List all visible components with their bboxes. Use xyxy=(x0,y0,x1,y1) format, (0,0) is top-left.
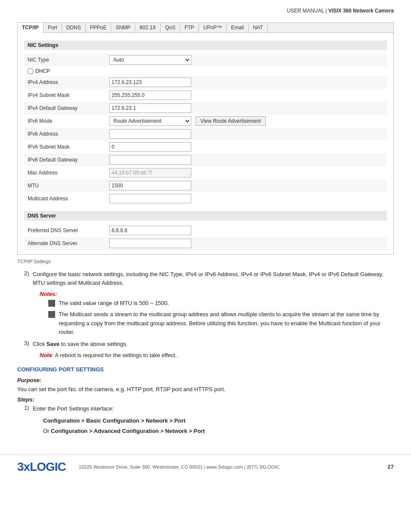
preferred-dns-label: Preferred DNS Server xyxy=(28,227,109,233)
ipv6-address-input[interactable] xyxy=(109,129,191,139)
tab-upnp[interactable]: UPnP™ xyxy=(199,23,227,32)
note-reboot-label: Note xyxy=(40,352,52,358)
ipv4-gateway-input[interactable] xyxy=(109,103,191,113)
dns-section-header: DNS Server xyxy=(24,211,387,221)
multicast-input[interactable] xyxy=(109,194,191,203)
ipv6-gateway-label: IPv6 Default Gateway xyxy=(28,157,109,163)
note-reboot: Note: A reboot is required for the setti… xyxy=(17,352,394,358)
ipv6-mode-select[interactable]: Route Advertisement xyxy=(109,116,191,126)
tab-8021x[interactable]: 802.1X xyxy=(135,23,161,32)
logo-3x: 3x xyxy=(17,460,30,473)
footer-info: 10225 Westmoor Drive, Suite 300, Westmin… xyxy=(79,464,280,470)
bullet-icon-1 xyxy=(48,300,55,307)
step1-port-num: 1) xyxy=(17,404,33,413)
ipv4-subnet-label: IPv4 Subnet Mask xyxy=(28,92,109,98)
tabs-row: TCP/IP Port DDNS PPPoE SNMP 802.1X QoS F… xyxy=(18,23,393,33)
ipv6-subnet-label: IPv6 Subnet Mask xyxy=(28,144,109,150)
mac-address-row: Mac Address xyxy=(24,166,387,179)
nic-section-header: NIC Settings xyxy=(24,40,387,50)
tcpip-panel: TCP/IP Port DDNS PPPoE SNMP 802.1X QoS F… xyxy=(17,22,394,255)
note-item-2: The Multicast sends a stream to the mult… xyxy=(48,310,394,336)
tab-email[interactable]: Email xyxy=(227,23,249,32)
tab-nat[interactable]: NAT xyxy=(249,23,268,32)
mac-address-label: Mac Address xyxy=(28,170,109,176)
multicast-label: Multicast Address xyxy=(28,196,109,202)
ipv6-mode-label: IPv6 Mode xyxy=(28,118,109,124)
step2-item: 2) Configure the basic network settings,… xyxy=(17,270,394,287)
note-item-1: The valid value range of MTU is 500 ~ 15… xyxy=(48,299,394,308)
step1-port-item: 1) Enter the Port Settings interface: xyxy=(17,404,394,413)
nic-type-select[interactable]: Auto xyxy=(109,55,191,65)
footer-logo: 3xLOGIC xyxy=(17,460,66,474)
ipv6-mode-row: IPv6 Mode Route Advertisement View Route… xyxy=(24,115,387,128)
mtu-input[interactable] xyxy=(109,181,191,190)
steps-label: Steps: xyxy=(17,396,394,403)
alternate-dns-input[interactable] xyxy=(109,239,191,248)
header-product: VISIX 360 Network Camera xyxy=(328,8,394,14)
step3-item: 3) Click Save to save the above settings… xyxy=(17,340,394,348)
nav-path-2: Or Configuration > Advanced Configuratio… xyxy=(43,427,394,436)
mac-address-input xyxy=(109,168,191,177)
ipv4-address-label: IPv4 Address xyxy=(28,79,109,85)
panel-caption: TCP/IP Settings xyxy=(17,259,394,264)
alternate-dns-label: Alternate DNS Server xyxy=(28,240,109,246)
note-reboot-text: : A reboot is required for the settings … xyxy=(52,352,177,358)
view-route-btn[interactable]: View Route Advertisement xyxy=(196,116,266,126)
main-content: TCP/IP Port DDNS PPPoE SNMP 802.1X QoS F… xyxy=(0,18,411,446)
step3-save-bold: Save xyxy=(47,341,59,347)
tab-qos[interactable]: QoS xyxy=(161,23,180,32)
page-footer: 3xLOGIC 10225 Westmoor Drive, Suite 300,… xyxy=(0,454,411,479)
page-header: USER MANUAL | VISIX 360 Network Camera xyxy=(0,0,411,18)
nic-type-label: NIC Type xyxy=(28,57,109,63)
logo-logic: LOGIC xyxy=(30,460,66,473)
tab-ddns[interactable]: DDNS xyxy=(62,23,86,32)
step3-prefix: Click xyxy=(33,341,47,347)
ipv6-address-label: IPv6 Address xyxy=(28,131,109,137)
tab-port[interactable]: Port xyxy=(44,23,62,32)
notes-label: Notes: xyxy=(40,291,394,297)
nav-path-2-bold: Configuration > Advanced Configuration >… xyxy=(51,428,205,434)
nav-path-2-prefix: Or xyxy=(43,428,51,434)
alternate-dns-row: Alternate DNS Server xyxy=(24,237,387,250)
ipv6-subnet-row: IPv6 Subnet Mask xyxy=(24,140,387,153)
ipv6-subnet-input[interactable] xyxy=(109,142,191,152)
bullet-icon-2 xyxy=(48,311,55,318)
purpose-label: Purpose: xyxy=(17,377,394,383)
tab-pppoe[interactable]: PPPoE xyxy=(86,23,112,32)
mtu-row: MTU xyxy=(24,179,387,192)
dhcp-label: DHCP xyxy=(35,68,50,74)
ipv4-gateway-row: IPv4 Default Gateway xyxy=(24,102,387,115)
ipv4-address-input[interactable] xyxy=(109,78,191,87)
ipv6-address-row: IPv6 Address xyxy=(24,128,387,140)
dhcp-row: DHCP xyxy=(24,66,387,76)
nav-path-1-bold: Configuration > Basic Configuration > Ne… xyxy=(43,417,185,424)
multicast-row: Multicast Address xyxy=(24,192,387,205)
ipv6-gateway-input[interactable] xyxy=(109,155,191,165)
tab-tcpip[interactable]: TCP/IP xyxy=(18,23,44,33)
purpose-text: You can set the port No. of the camera, … xyxy=(17,385,394,394)
step3-num: 3) xyxy=(17,340,33,348)
panel-body: NIC Settings NIC Type Auto DHCP IPv4 Add… xyxy=(18,33,393,254)
step1-port-content: Enter the Port Settings interface: xyxy=(33,404,394,413)
tab-snmp[interactable]: SNMP xyxy=(111,23,135,32)
nav-path-1: Configuration > Basic Configuration > Ne… xyxy=(43,417,394,426)
mtu-label: MTU xyxy=(28,183,109,189)
tab-ftp[interactable]: FTP xyxy=(180,23,199,32)
notes-list: The valid value range of MTU is 500 ~ 15… xyxy=(40,299,394,336)
note-text-2: The Multicast sends a stream to the mult… xyxy=(59,310,394,336)
preferred-dns-row: Preferred DNS Server xyxy=(24,224,387,237)
step3-suffix: to save the above settings. xyxy=(59,341,128,347)
section-title-port: CONFIGURING PORT SETTINGS xyxy=(17,366,394,373)
ipv4-gateway-label: IPv4 Default Gateway xyxy=(28,105,109,111)
step2-content: Configure the basic network settings, in… xyxy=(33,270,394,287)
ipv4-subnet-input[interactable] xyxy=(109,90,191,100)
notes-block: Notes: The valid value range of MTU is 5… xyxy=(17,291,394,336)
dhcp-checkbox[interactable] xyxy=(28,68,33,74)
nic-type-row: NIC Type Auto xyxy=(24,53,387,66)
ipv4-subnet-row: IPv4 Subnet Mask xyxy=(24,89,387,102)
preferred-dns-input[interactable] xyxy=(109,226,191,235)
header-text: USER MANUAL | xyxy=(287,8,328,14)
step2-num: 2) xyxy=(17,270,33,287)
note-text-1: The valid value range of MTU is 500 ~ 15… xyxy=(59,299,394,308)
ipv4-address-row: IPv4 Address xyxy=(24,76,387,89)
